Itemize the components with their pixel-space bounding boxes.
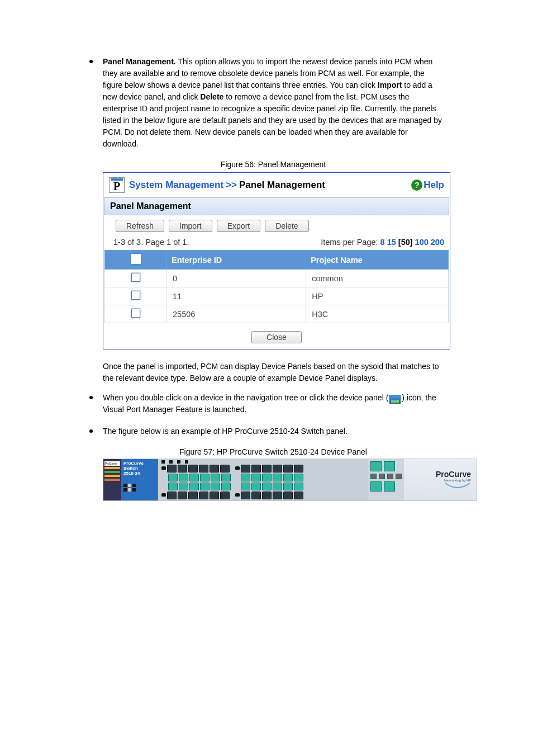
pager-label: Items per Page: [321, 238, 378, 247]
example-panel-paragraph: The figure below is an example of HP Pro… [103, 426, 348, 437]
items-per-page-option[interactable]: 200 [431, 238, 444, 247]
col-enterprise-id[interactable]: Enterprise ID [167, 251, 306, 270]
items-per-page-option[interactable]: 15 [387, 238, 396, 247]
cell-project-name: HP [306, 287, 449, 305]
export-button[interactable]: Export [217, 220, 260, 232]
device-panel-icon [389, 395, 401, 404]
bullet-icon [89, 396, 93, 399]
breadcrumb-current: Panel Management [239, 179, 325, 191]
col-project-name[interactable]: Project Name [306, 251, 449, 270]
row-checkbox-cell[interactable] [105, 305, 167, 323]
table-row[interactable]: 11HP [105, 287, 449, 305]
row-checkbox-cell[interactable] [105, 287, 167, 305]
panel-management-window: P System Management >> Panel Management … [103, 172, 450, 349]
items-per-page-option[interactable]: 100 [415, 238, 429, 247]
toolbar: Refresh Import Export Delete [110, 215, 450, 237]
uplink-ports [368, 459, 404, 500]
window-logo-icon: P [109, 177, 125, 193]
bullet-icon [89, 429, 93, 433]
help-link[interactable]: ? Help [411, 179, 444, 191]
row-checkbox-cell[interactable] [105, 270, 167, 287]
status-leds: ProCurve [103, 459, 121, 500]
items-per-page-selected: [50] [398, 238, 413, 247]
figure-caption-57: Figure 57: HP ProCurve Switch 2510-24 De… [103, 447, 444, 456]
breadcrumb-root[interactable]: System Management [129, 179, 223, 191]
cell-project-name: H3C [306, 305, 449, 323]
device-panel-table: Enterprise ID Project Name 0common11HP25… [104, 250, 449, 323]
visual-port-manager-paragraph: When you double click on a device in the… [103, 392, 444, 415]
row-checkbox[interactable] [131, 309, 140, 318]
bullet-heading: Panel Management. [103, 57, 176, 66]
cell-enterprise-id: 0 [167, 270, 306, 287]
row-checkbox[interactable] [131, 273, 140, 282]
row-checkbox[interactable] [131, 291, 140, 300]
panel-management-paragraph: Panel Management. This option allows you… [103, 56, 444, 150]
select-all-header[interactable] [105, 251, 167, 270]
figure-caption-56: Figure 56: Panel Management [103, 160, 444, 169]
select-all-checkbox[interactable] [131, 254, 141, 264]
brand-area: ProCurve Networking by HP [404, 459, 477, 500]
breadcrumb-sep: >> [226, 179, 237, 191]
items-per-page-option[interactable]: 8 [380, 238, 385, 247]
cell-project-name: common [306, 270, 449, 287]
cell-enterprise-id: 11 [167, 287, 306, 305]
delete-button[interactable]: Delete [265, 220, 308, 232]
pager: 1-3 of 3. Page 1 of 1. Items per Page: 8… [103, 237, 450, 250]
panel-breadcrumb-bar: P System Management >> Panel Management … [103, 173, 450, 197]
import-button[interactable]: Import [169, 220, 212, 232]
section-title: Panel Management [104, 197, 449, 215]
pager-summary: 1-3 of 3. Page 1 of 1. [113, 238, 189, 247]
model-label: ProCurve Switch 2510-24 [121, 459, 158, 500]
table-row[interactable]: 0common [105, 270, 449, 287]
table-row[interactable]: 25506H3C [105, 305, 449, 323]
close-button[interactable]: Close [251, 331, 302, 343]
bullet-icon [89, 60, 93, 63]
device-panel-image: ProCurve ProCurve Switch 2510-24 [103, 459, 477, 501]
after-panel-text: Once the panel is imported, PCM can disp… [103, 361, 444, 384]
port-grid [158, 459, 368, 500]
refresh-button[interactable]: Refresh [116, 220, 164, 232]
help-icon: ? [411, 179, 422, 191]
cell-enterprise-id: 25506 [167, 305, 306, 323]
